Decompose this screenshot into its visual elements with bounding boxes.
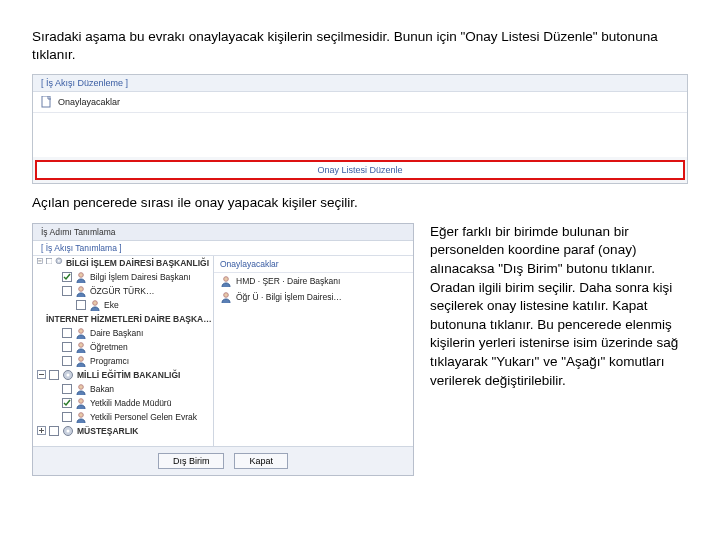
svg-rect-21 bbox=[63, 356, 72, 365]
step-definition-window: İş Adımı Tanımlama [ İş Akışı Tanımlama … bbox=[32, 223, 414, 476]
person-icon bbox=[75, 285, 87, 297]
svg-point-27 bbox=[67, 373, 70, 376]
tree-item-label: MÜSTEŞARLIK bbox=[77, 426, 138, 436]
intro-paragraph: Sıradaki aşama bu evrakı onaylayacak kiş… bbox=[32, 28, 688, 64]
tree-item-label: BİLGİ İŞLEM DAİRESİ BAŞKANLIĞI bbox=[66, 258, 209, 268]
tree-item-label: Daire Başkanı bbox=[90, 328, 143, 338]
tree-item-label: Bakan bbox=[90, 384, 114, 394]
svg-point-40 bbox=[224, 276, 229, 281]
person-icon bbox=[75, 327, 87, 339]
checkbox-icon[interactable] bbox=[62, 286, 72, 296]
gear-icon bbox=[62, 425, 74, 437]
svg-rect-37 bbox=[50, 426, 59, 435]
approvers-list[interactable]: HMD · ŞER · Daire BaşkanıÖğr Ü · Bilgi İ… bbox=[214, 273, 413, 305]
node-label: Onaylayacaklar bbox=[58, 97, 120, 107]
svg-point-7 bbox=[79, 272, 84, 277]
tree-node-approvers[interactable]: Onaylayacaklar bbox=[33, 92, 687, 113]
svg-point-11 bbox=[93, 300, 98, 305]
checkbox-icon[interactable] bbox=[76, 300, 86, 310]
svg-rect-25 bbox=[50, 370, 59, 379]
list-item-label: Öğr Ü · Bilgi İşlem Dairesi… bbox=[236, 292, 342, 302]
svg-rect-28 bbox=[63, 384, 72, 393]
person-icon bbox=[89, 299, 101, 311]
window-title: [ İş Akışı Düzenleme ] bbox=[33, 75, 687, 92]
svg-point-5 bbox=[58, 260, 60, 262]
svg-point-20 bbox=[79, 342, 84, 347]
tree-item-label: İNTERNET HİZMETLERİ DAİRE BAŞKA… bbox=[46, 314, 212, 324]
svg-point-31 bbox=[79, 398, 84, 403]
tree-item[interactable]: Eke bbox=[33, 298, 213, 312]
person-icon bbox=[75, 355, 87, 367]
tree-item[interactable]: MÜSTEŞARLIK bbox=[33, 424, 213, 438]
checkbox-icon[interactable] bbox=[46, 258, 52, 268]
tree-item[interactable]: BİLGİ İŞLEM DAİRESİ BAŞKANLIĞI bbox=[33, 256, 213, 270]
tree-item[interactable]: Yetkili Personel Gelen Evrak bbox=[33, 410, 213, 424]
tree-item[interactable]: Yetkili Madde Müdürü bbox=[33, 396, 213, 410]
person-icon bbox=[75, 271, 87, 283]
tree-item-label: Öğretmen bbox=[90, 342, 128, 352]
tree-item-label: Yetkili Madde Müdürü bbox=[90, 398, 171, 408]
external-unit-button[interactable]: Dış Birim bbox=[158, 453, 225, 469]
tree-item[interactable]: Programcı bbox=[33, 354, 213, 368]
svg-point-41 bbox=[224, 292, 229, 297]
tree-item-label: MİLLİ EĞİTİM BAKANLIĞI bbox=[77, 370, 180, 380]
person-icon bbox=[75, 341, 87, 353]
tree-toggle-icon[interactable] bbox=[37, 370, 46, 379]
svg-point-29 bbox=[79, 384, 84, 389]
approvers-header: Onaylayacaklar bbox=[214, 256, 413, 273]
tree-item-label: Yetkili Personel Gelen Evrak bbox=[90, 412, 197, 422]
checkbox-icon[interactable] bbox=[62, 356, 72, 366]
svg-rect-3 bbox=[46, 258, 52, 264]
svg-rect-19 bbox=[63, 342, 72, 351]
page-icon bbox=[41, 96, 53, 108]
tree-item[interactable]: Öğretmen bbox=[33, 340, 213, 354]
tree-item[interactable]: ÖZGÜR TÜRK… bbox=[33, 284, 213, 298]
svg-point-9 bbox=[79, 286, 84, 291]
tree-item-label: Eke bbox=[104, 300, 119, 310]
tree-item-label: Programcı bbox=[90, 356, 129, 366]
person-icon bbox=[220, 275, 232, 287]
gear-icon bbox=[55, 257, 63, 269]
right-explanation: Eğer farklı bir birimde bulunan bir pers… bbox=[430, 223, 688, 391]
svg-rect-10 bbox=[77, 300, 86, 309]
tree-toggle-icon[interactable] bbox=[37, 426, 46, 435]
svg-rect-17 bbox=[63, 328, 72, 337]
svg-rect-8 bbox=[63, 286, 72, 295]
workflow-edit-window: [ İş Akışı Düzenleme ] Onaylayacaklar On… bbox=[32, 74, 688, 184]
org-tree[interactable]: BİLGİ İŞLEM DAİRESİ BAŞKANLIĞIBilgi İşle… bbox=[33, 256, 214, 446]
person-icon bbox=[220, 291, 232, 303]
tree-item-label: ÖZGÜR TÜRK… bbox=[90, 286, 155, 296]
checkbox-icon[interactable] bbox=[62, 412, 72, 422]
step-window-title: İş Adımı Tanımlama bbox=[33, 224, 413, 241]
list-item-label: HMD · ŞER · Daire Başkanı bbox=[236, 276, 340, 286]
tree-item[interactable]: İNTERNET HİZMETLERİ DAİRE BAŞKA… bbox=[33, 312, 213, 326]
mid-paragraph: Açılan pencerede sırası ile onay yapacak… bbox=[32, 194, 688, 212]
edit-approval-list-button[interactable]: Onay Listesi Düzenle bbox=[35, 160, 685, 180]
svg-point-18 bbox=[79, 328, 84, 333]
tree-item[interactable]: MİLLİ EĞİTİM BAKANLIĞI bbox=[33, 368, 213, 382]
tree-toggle-icon[interactable] bbox=[37, 258, 43, 267]
checkbox-icon[interactable] bbox=[49, 426, 59, 436]
checkbox-icon[interactable] bbox=[49, 370, 59, 380]
checkbox-icon[interactable] bbox=[62, 272, 72, 282]
list-item[interactable]: HMD · ŞER · Daire Başkanı bbox=[214, 273, 413, 289]
svg-point-33 bbox=[79, 412, 84, 417]
tree-item-label: Bilgi İşlem Dairesi Başkanı bbox=[90, 272, 191, 282]
person-icon bbox=[75, 397, 87, 409]
list-item[interactable]: Öğr Ü · Bilgi İşlem Dairesi… bbox=[214, 289, 413, 305]
step-window-subtitle: [ İş Akışı Tanımlama ] bbox=[33, 241, 413, 256]
svg-rect-32 bbox=[63, 412, 72, 421]
tree-item[interactable]: Bakan bbox=[33, 382, 213, 396]
checkbox-icon[interactable] bbox=[62, 342, 72, 352]
close-button[interactable]: Kapat bbox=[234, 453, 288, 469]
person-icon bbox=[75, 411, 87, 423]
person-icon bbox=[75, 383, 87, 395]
checkbox-icon[interactable] bbox=[62, 328, 72, 338]
gear-icon bbox=[62, 369, 74, 381]
svg-point-22 bbox=[79, 356, 84, 361]
svg-rect-0 bbox=[42, 96, 50, 107]
checkbox-icon[interactable] bbox=[62, 384, 72, 394]
tree-item[interactable]: Daire Başkanı bbox=[33, 326, 213, 340]
checkbox-icon[interactable] bbox=[62, 398, 72, 408]
tree-item[interactable]: Bilgi İşlem Dairesi Başkanı bbox=[33, 270, 213, 284]
